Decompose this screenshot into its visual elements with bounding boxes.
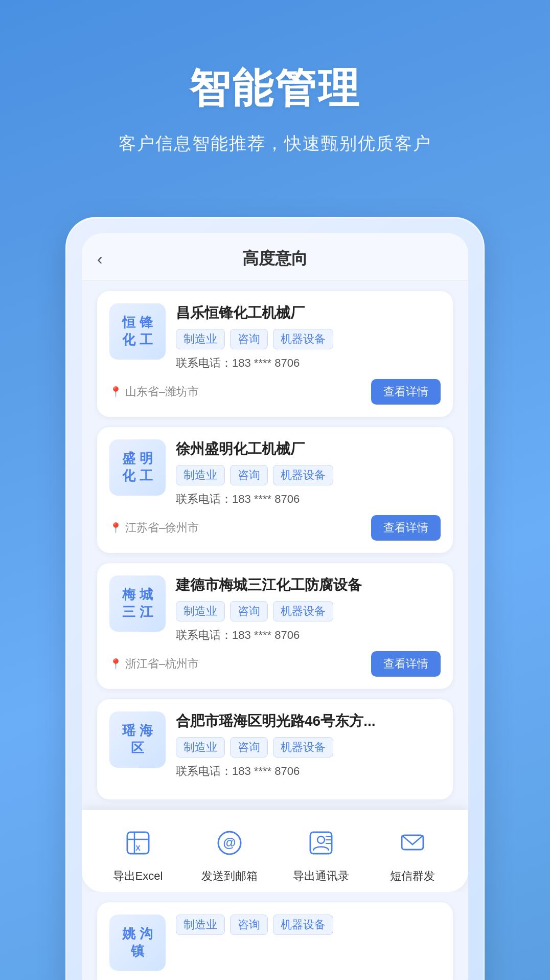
card-top-3: 梅 城三 江 建德市梅城三江化工防腐设备 制造业 咨询 机器设备 联系电话：18… (109, 575, 441, 643)
tag-2-2: 机器设备 (273, 465, 333, 485)
card-bottom-1: 📍 山东省–潍坊市 查看详情 (109, 379, 441, 405)
contact-2: 联系电话：183 **** 8706 (176, 492, 441, 507)
hero-section: 智能管理 客户信息智能推荐，快速甄别优质客户 (0, 0, 550, 186)
contacts-label: 导出通讯录 (293, 868, 349, 884)
excel-icon: X (118, 822, 158, 863)
tag-3-2: 机器设备 (273, 601, 333, 621)
detail-button-2[interactable]: 查看详情 (371, 515, 441, 541)
company-name-2: 徐州盛明化工机械厂 (176, 439, 441, 459)
company-avatar-3: 梅 城三 江 (109, 575, 166, 632)
location-2: 📍 江苏省–徐州市 (109, 520, 199, 536)
contact-3: 联系电话：183 **** 8706 (176, 628, 441, 643)
partial-tag-1: 咨询 (230, 915, 268, 935)
customer-card-1: 恒 锋化 工 昌乐恒锋化工机械厂 制造业 咨询 机器设备 联系电话：183 **… (97, 291, 453, 417)
action-sms[interactable]: 短信群发 (382, 822, 443, 884)
back-button[interactable]: ‹ (97, 250, 103, 269)
tag-3-0: 制造业 (176, 601, 225, 621)
location-text-3: 浙江省–杭州市 (125, 656, 199, 672)
svg-text:X: X (135, 844, 141, 852)
company-avatar-2: 盛 明化 工 (109, 439, 166, 496)
tags-3: 制造业 咨询 机器设备 (176, 601, 441, 621)
location-icon-2: 📍 (109, 522, 122, 534)
tags-4: 制造业 咨询 机器设备 (176, 737, 441, 758)
partial-card-area: 姚 沟镇 制造业 咨询 机器设备 (82, 892, 468, 980)
tag-2-0: 制造业 (176, 465, 225, 485)
phone-inner: ‹ 高度意向 恒 锋化 工 昌乐恒锋化工机械厂 制造业 咨询 机器设备 (82, 233, 468, 980)
partial-card: 姚 沟镇 制造业 咨询 机器设备 (97, 902, 453, 980)
partial-tags: 制造业 咨询 机器设备 (176, 915, 441, 935)
company-avatar-4: 瑶 海区 (109, 711, 166, 768)
tag-2-1: 咨询 (230, 465, 268, 485)
svg-text:@: @ (223, 835, 236, 850)
tag-1-2: 机器设备 (273, 329, 333, 349)
contact-4: 联系电话：183 **** 8706 (176, 764, 441, 779)
contact-1: 联系电话：183 **** 8706 (176, 355, 441, 371)
detail-button-3[interactable]: 查看详情 (371, 651, 441, 677)
location-text-2: 江苏省–徐州市 (125, 520, 199, 536)
tag-4-1: 咨询 (230, 737, 268, 758)
email-label: 发送到邮箱 (201, 868, 258, 884)
card-top-4: 瑶 海区 合肥市瑶海区明光路46号东方... 制造业 咨询 机器设备 联系电话：… (109, 711, 441, 779)
partial-card-right: 制造业 咨询 机器设备 (176, 915, 441, 941)
cards-container: 恒 锋化 工 昌乐恒锋化工机械厂 制造业 咨询 机器设备 联系电话：183 **… (82, 281, 468, 810)
customer-card-2: 盛 明化 工 徐州盛明化工机械厂 制造业 咨询 机器设备 联系电话：183 **… (97, 427, 453, 553)
customer-card-3: 梅 城三 江 建德市梅城三江化工防腐设备 制造业 咨询 机器设备 联系电话：18… (97, 563, 453, 689)
card-bottom-3: 📍 浙江省–杭州市 查看详情 (109, 651, 441, 677)
excel-label: 导出Excel (113, 868, 163, 884)
contacts-icon (301, 822, 341, 863)
sms-label: 短信群发 (390, 868, 435, 884)
sms-icon (392, 822, 433, 863)
location-icon-3: 📍 (109, 658, 122, 670)
partial-tag-2: 机器设备 (273, 915, 333, 935)
tags-2: 制造业 咨询 机器设备 (176, 465, 441, 485)
hero-title: 智能管理 (31, 61, 519, 117)
company-name-4: 合肥市瑶海区明光路46号东方... (176, 711, 441, 731)
card-right-4: 合肥市瑶海区明光路46号东方... 制造业 咨询 机器设备 联系电话：183 *… (176, 711, 441, 779)
phone-header: ‹ 高度意向 (82, 233, 468, 281)
action-email[interactable]: @ 发送到邮箱 (199, 822, 260, 884)
card-bottom-2: 📍 江苏省–徐州市 查看详情 (109, 515, 441, 541)
bottom-action-bar: X 导出Excel @ 发送到邮箱 (82, 810, 468, 892)
tag-4-2: 机器设备 (273, 737, 333, 758)
tag-4-0: 制造业 (176, 737, 225, 758)
company-avatar-1: 恒 锋化 工 (109, 303, 166, 360)
partial-card-top: 姚 沟镇 制造业 咨询 机器设备 (109, 915, 441, 971)
location-text-1: 山东省–潍坊市 (125, 384, 199, 399)
phone-header-title: 高度意向 (242, 248, 308, 270)
card-top-2: 盛 明化 工 徐州盛明化工机械厂 制造业 咨询 机器设备 联系电话：183 **… (109, 439, 441, 507)
tag-1-1: 咨询 (230, 329, 268, 349)
customer-card-4: 瑶 海区 合肥市瑶海区明光路46号东方... 制造业 咨询 机器设备 联系电话：… (97, 699, 453, 799)
svg-point-7 (317, 836, 325, 843)
location-icon-1: 📍 (109, 386, 122, 398)
phone-mockup: ‹ 高度意向 恒 锋化 工 昌乐恒锋化工机械厂 制造业 咨询 机器设备 (65, 217, 485, 980)
hero-subtitle: 客户信息智能推荐，快速甄别优质客户 (31, 132, 519, 155)
phone-wrapper: ‹ 高度意向 恒 锋化 工 昌乐恒锋化工机械厂 制造业 咨询 机器设备 (0, 217, 550, 980)
card-right-2: 徐州盛明化工机械厂 制造业 咨询 机器设备 联系电话：183 **** 8706 (176, 439, 441, 507)
company-name-1: 昌乐恒锋化工机械厂 (176, 303, 441, 323)
email-icon: @ (209, 822, 250, 863)
location-3: 📍 浙江省–杭州市 (109, 656, 199, 672)
action-contacts[interactable]: 导出通讯录 (290, 822, 352, 884)
card-right-1: 昌乐恒锋化工机械厂 制造业 咨询 机器设备 联系电话：183 **** 8706 (176, 303, 441, 371)
card-right-3: 建德市梅城三江化工防腐设备 制造业 咨询 机器设备 联系电话：183 **** … (176, 575, 441, 643)
tag-3-1: 咨询 (230, 601, 268, 621)
action-excel[interactable]: X 导出Excel (107, 822, 169, 884)
partial-tag-0: 制造业 (176, 915, 225, 935)
card-top-1: 恒 锋化 工 昌乐恒锋化工机械厂 制造业 咨询 机器设备 联系电话：183 **… (109, 303, 441, 371)
location-1: 📍 山东省–潍坊市 (109, 384, 199, 399)
tag-1-0: 制造业 (176, 329, 225, 349)
tags-1: 制造业 咨询 机器设备 (176, 329, 441, 349)
company-name-3: 建德市梅城三江化工防腐设备 (176, 575, 441, 595)
detail-button-1[interactable]: 查看详情 (371, 379, 441, 405)
partial-avatar: 姚 沟镇 (109, 915, 166, 971)
